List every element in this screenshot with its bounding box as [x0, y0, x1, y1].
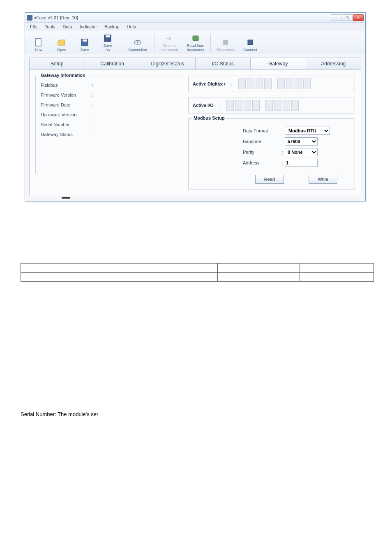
serial-number-label: Serial Number: [41, 122, 90, 127]
new-button[interactable]: New: [28, 33, 50, 52]
menu-indicator[interactable]: Indicator: [77, 23, 99, 30]
svg-rect-2: [83, 39, 87, 42]
save-as-icon: [103, 34, 112, 43]
minimize-button[interactable]: —: [331, 14, 341, 21]
io-slot: [291, 100, 299, 111]
io-slot: [283, 100, 290, 111]
io-slot: [235, 100, 242, 111]
tab-gateway[interactable]: Gateway: [251, 58, 306, 69]
gateway-status-label: Gateway Status: [41, 132, 90, 137]
svg-rect-8: [223, 40, 228, 45]
gateway-information-group: Gateway Information Fieldbus: Firmware V…: [35, 76, 183, 174]
read-button[interactable]: Read: [255, 175, 284, 184]
active-digitizer-label: Active Digitizer: [193, 81, 225, 86]
connection-icon: [133, 38, 142, 47]
tab-calibration[interactable]: Calibration: [85, 58, 141, 69]
digitizer-slot: [247, 79, 254, 89]
tab-bar: Setup Calibration Digitizer Status I/O S…: [29, 58, 361, 69]
new-icon: [34, 38, 43, 47]
menubar: File Tools Data Indicator Backup Help: [25, 23, 365, 31]
write-to-instrument-button[interactable]: Write to Instrument: [157, 33, 182, 52]
write-button[interactable]: Write: [309, 175, 337, 184]
modbus-setup-title: Modbus Setup: [192, 116, 226, 120]
app-icon: [27, 15, 32, 21]
baudrate-label: Baudrate: [243, 139, 280, 144]
tab-io-status[interactable]: I/O Status: [196, 58, 251, 69]
digitizer-slot: [264, 79, 272, 89]
disconnect-button[interactable]: Disconnect: [213, 33, 238, 52]
dash-mark: [62, 197, 70, 199]
parity-label: Parity: [243, 150, 280, 155]
menu-help[interactable]: Help: [125, 23, 139, 30]
doc-body-text: Serial Number: The module's ser: [21, 411, 98, 417]
parity-select[interactable]: 0 None: [285, 148, 318, 156]
modbus-setup-group: Modbus Setup Data Format : Modbus RTU Ba…: [188, 118, 355, 190]
svg-point-6: [137, 42, 138, 43]
hardware-version-label: Hardware Version: [41, 112, 90, 117]
firmware-date-label: Firmware Date: [41, 102, 90, 107]
svg-rect-9: [248, 40, 253, 45]
toolbar: New Open Save Save As Connection Write t…: [25, 31, 365, 54]
menu-file[interactable]: File: [28, 23, 40, 30]
save-button[interactable]: Save: [74, 33, 96, 52]
digitizer-slot: [303, 79, 311, 89]
doc-table: [21, 263, 374, 282]
io-slot: [265, 100, 273, 111]
io-slot: [226, 100, 234, 111]
data-format-select[interactable]: Modbus RTU: [285, 127, 330, 135]
active-digitizer-group: Active Digitizer :: [188, 76, 355, 92]
baudrate-select[interactable]: 57600: [285, 137, 318, 146]
maximize-button[interactable]: ▢: [342, 14, 353, 21]
read-icon: [191, 34, 200, 43]
save-as-button[interactable]: Save As: [97, 33, 119, 52]
window-title: xFace v1.01 [Rev: 10]: [34, 15, 78, 20]
disconnect-icon: [221, 38, 230, 47]
io-slot: [252, 100, 260, 111]
tab-setup[interactable]: Setup: [30, 58, 85, 69]
active-io-label: Active I/O: [193, 103, 214, 108]
svg-rect-7: [193, 36, 198, 41]
svg-rect-0: [35, 39, 41, 46]
close-button[interactable]: ✕: [353, 14, 364, 21]
tab-digitizer-status[interactable]: Digitizer Status: [140, 58, 196, 69]
menu-data[interactable]: Data: [60, 23, 74, 30]
menu-backup[interactable]: Backup: [102, 23, 122, 30]
menu-tools[interactable]: Tools: [42, 23, 58, 30]
titlebar: xFace v1.01 [Rev: 10] — ▢ ✕: [25, 13, 365, 23]
write-icon: [165, 34, 174, 43]
digitizer-slot: [295, 79, 302, 89]
fieldbus-label: Fieldbus: [41, 83, 90, 88]
address-label: Address: [243, 160, 280, 165]
gateway-information-title: Gateway Information: [39, 73, 87, 78]
save-icon: [80, 38, 89, 47]
firmware-version-label: Firmware Version: [41, 92, 90, 97]
digitizer-slot: [277, 79, 285, 89]
connect-icon: [246, 38, 255, 47]
connection-button[interactable]: Connection: [123, 33, 152, 52]
open-icon: [57, 38, 66, 47]
digitizer-slot: [256, 79, 263, 89]
open-button[interactable]: Open: [51, 33, 73, 52]
svg-rect-4: [106, 35, 110, 37]
io-slot: [244, 100, 251, 111]
io-slot: [274, 100, 281, 111]
data-format-label: Data Format: [243, 128, 280, 133]
read-from-instrument-button[interactable]: Read from Instrument: [183, 33, 208, 52]
connect-button[interactable]: Connect: [239, 33, 261, 52]
active-io-group: Active I/O :: [188, 97, 355, 113]
tab-addressing[interactable]: Addressing: [306, 58, 361, 69]
digitizer-slot: [286, 79, 293, 89]
digitizer-slot: [238, 79, 246, 89]
address-input[interactable]: [285, 159, 318, 167]
